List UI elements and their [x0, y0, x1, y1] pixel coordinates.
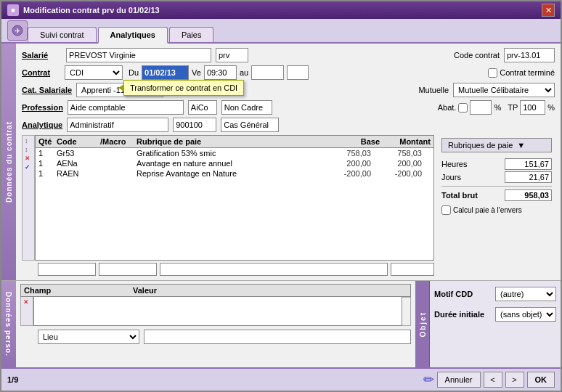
table-body: 1 Gr53 Gratification 53% smic 758,03 758…	[36, 148, 433, 179]
salarie-row: Salarié Code contrat	[22, 48, 555, 62]
perso-sidebar-buttons: ✕	[20, 297, 33, 326]
contrat-termine-checkbox[interactable]	[488, 68, 497, 78]
table-search-row	[22, 263, 434, 276]
statut-input[interactable]	[221, 100, 272, 115]
perso-table-body[interactable]	[33, 297, 402, 326]
calcul-checkbox[interactable]	[441, 205, 451, 215]
code-contrat-input[interactable]	[504, 48, 555, 62]
heure-ve-input[interactable]	[204, 65, 237, 80]
contrat-label: Contrat	[22, 68, 62, 77]
objet-panel: Objet Motif CDD (autre) Durée initiale (…	[415, 281, 561, 367]
ve-label: Ve	[192, 68, 201, 77]
tab-bar: ✈ Suivi contrat Analytiques Paies	[1, 19, 561, 44]
next-button[interactable]: >	[505, 372, 524, 388]
profession-row: Profession Abat. % TP %	[22, 100, 555, 115]
window-icon: ■	[7, 4, 19, 16]
window-title: Modification contrat prv du 01/02/13	[23, 6, 160, 15]
sort-down-btn[interactable]: ↕	[25, 146, 32, 153]
close-button[interactable]: ✕	[542, 4, 555, 17]
tab-analytiques[interactable]: Analytiques	[98, 27, 168, 44]
analytique-code-input[interactable]	[173, 118, 216, 132]
contrat-type-select[interactable]: CDI CDD	[65, 65, 123, 80]
table-header: Qté Code /Macro Rubrique de paie Base Mo…	[36, 136, 433, 148]
table-sidebar-buttons: ↕ ↕ ✕ ✓	[22, 135, 35, 261]
tab-icon[interactable]: ✈	[7, 20, 28, 41]
lieu-value-input[interactable]	[144, 330, 411, 344]
jours-row: Jours	[441, 171, 552, 183]
lieu-select[interactable]: Lieu	[38, 330, 139, 344]
sidebar-donnees-contrat: Données du contrat	[1, 44, 16, 280]
tab-suivi-contrat[interactable]: Suivi contrat	[28, 27, 97, 42]
table-bottom-header: Champ Valeur	[20, 284, 411, 297]
analytique-row: Analytique	[22, 118, 555, 132]
content-area: Données du contrat Salarié Code contrat …	[1, 44, 561, 367]
table-search-3[interactable]	[160, 263, 388, 276]
page-indicator: 1/9	[7, 375, 18, 384]
table-row[interactable]: 1 RAEN Reprise Avantage en Nature -200,0…	[36, 168, 433, 179]
abat-checkbox[interactable]	[458, 103, 468, 113]
stats-grid: Heures Jours Total brut	[441, 158, 552, 201]
footer-buttons: ✏ Annuler < > OK	[423, 372, 555, 388]
code-contrat-label: Code contrat	[454, 51, 500, 60]
form-area: Salarié Code contrat Contrat CDI CDD	[16, 44, 561, 280]
heures-row: Heures	[441, 158, 552, 170]
ok-button[interactable]: OK	[527, 372, 555, 388]
du-label: Du	[129, 68, 139, 77]
tooltip-cdi: Transformer ce contrat en CDI	[123, 80, 244, 96]
salarie-name-input[interactable]	[66, 48, 211, 62]
table-search-1[interactable]	[38, 263, 96, 276]
sidebar-donnees-perso: Données perso.	[1, 281, 16, 367]
mutuelle-select[interactable]: Mutuelle Célibataire	[453, 83, 555, 97]
analytique-input[interactable]	[67, 118, 168, 132]
sort-up-btn[interactable]: ↕	[25, 137, 32, 144]
table-row[interactable]: 1 Gr53 Gratification 53% smic 758,03 758…	[36, 148, 433, 158]
objet-content: Motif CDD (autre) Durée initiale (sans o…	[430, 281, 561, 367]
total-input[interactable]	[505, 189, 552, 201]
date-au-input[interactable]	[251, 65, 284, 80]
prev-button[interactable]: <	[484, 372, 502, 388]
contrat-extra-input[interactable]	[287, 65, 309, 80]
salarie-code-input[interactable]	[216, 48, 248, 62]
tp-value-input[interactable]	[520, 100, 545, 115]
profession-input[interactable]	[68, 100, 184, 115]
motif-cdd-row: Motif CDD (autre)	[434, 287, 556, 301]
rubriques-button[interactable]: Rubriques de paie ▼	[441, 138, 552, 152]
profession-label: Profession	[22, 103, 63, 112]
perso-scrollbar	[402, 297, 411, 326]
annuler-button[interactable]: Annuler	[437, 372, 481, 388]
au-label: au	[240, 68, 248, 77]
contrat-termine-checkbox-wrapper: Contrat terminé	[488, 68, 555, 78]
stats-panel: Rubriques de paie ▼ Heures Jours	[439, 135, 555, 276]
check-row-btn[interactable]: ✓	[25, 163, 32, 171]
delete-perso-btn[interactable]: ✕	[23, 298, 30, 306]
dropdown-arrow-icon: ▼	[517, 141, 525, 150]
total-row: Total brut	[441, 189, 552, 201]
salarie-label: Salarié	[22, 51, 62, 60]
main-content: Données du contrat Salarié Code contrat …	[1, 44, 561, 280]
duree-select[interactable]: (sans objet)	[495, 307, 556, 322]
bottom-section: Données perso. Champ Valeur ✕	[1, 280, 561, 367]
motif-cdd-select[interactable]: (autre)	[495, 287, 556, 301]
donnees-perso-table: Champ Valeur ✕	[16, 281, 415, 367]
footer: 1/9 ✏ Annuler < > OK	[1, 367, 561, 391]
mutuelle-label: Mutuelle	[418, 86, 449, 94]
duree-row: Durée initiale (sans objet)	[434, 307, 556, 322]
calcul-checkbox-wrapper: Calcul paie à l'envers	[441, 205, 552, 215]
abat-value-input[interactable]	[470, 100, 492, 115]
cat-salarie-label: Cat. Salariale	[22, 86, 72, 94]
jours-input[interactable]	[505, 171, 552, 183]
profession-code-input[interactable]	[188, 100, 217, 115]
date-du-input[interactable]	[142, 65, 189, 80]
cat-salarie-row: Cat. Salariale Apprenti -11 Mutuelle Mut…	[22, 83, 555, 97]
abat-row: Abat. % TP %	[438, 100, 555, 115]
analytique-label: Analytique	[22, 121, 62, 129]
tab-paies[interactable]: Paies	[169, 27, 214, 42]
table-row[interactable]: 1 AENa Avantage en nature annuel 200,00 …	[36, 158, 433, 168]
table-search-4[interactable]	[391, 263, 434, 276]
cas-input[interactable]	[221, 118, 279, 132]
table-section: ↕ ↕ ✕ ✓ Qté Code /Macro	[22, 135, 555, 276]
delete-row-btn[interactable]: ✕	[25, 155, 32, 162]
contrat-row: Contrat CDI CDD Transformer ce contrat e…	[22, 65, 555, 80]
table-search-2[interactable]	[99, 263, 157, 276]
heures-input[interactable]	[505, 158, 552, 170]
